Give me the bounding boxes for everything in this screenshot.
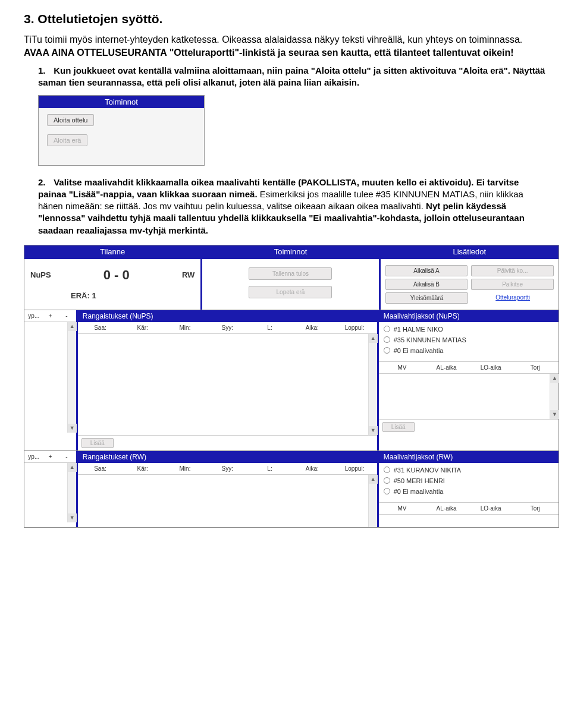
- gk-option[interactable]: #50 MERI HENRI: [384, 477, 554, 484]
- scroll-down-icon[interactable]: ▼: [550, 410, 559, 419]
- col-loaika: LO-aika: [469, 505, 513, 512]
- col-aika: Aika:: [291, 324, 333, 331]
- radio-icon[interactable]: [384, 467, 390, 473]
- penalty-columns: Saa: Kär: Min: Syy: L: Aika: Loppui:: [78, 322, 377, 334]
- aikalisa-a-button[interactable]: Aikalisä A: [385, 265, 468, 276]
- gk-label: #31 KURANOV NIKITA: [394, 467, 462, 474]
- radio-icon[interactable]: [384, 336, 390, 343]
- scroll-up-icon[interactable]: ▲: [68, 463, 77, 472]
- palkitse-button[interactable]: Palkitse: [471, 279, 554, 290]
- col-plus: +: [42, 313, 59, 319]
- col-kar: Kär:: [121, 324, 164, 331]
- aloita-era-button[interactable]: Aloita erä: [47, 134, 87, 146]
- gk-list-nups: ▲ ▼: [379, 374, 559, 419]
- list-item-1: 1. Kun joukkueet ovat kentällä valmiina …: [38, 65, 547, 89]
- radio-icon[interactable]: [384, 477, 390, 484]
- gk-label: #1 HALME NIKO: [394, 326, 443, 333]
- list-item-2: 2. Valitse maalivahdit klikkaamalla oike…: [38, 177, 547, 237]
- lopeta-era-button[interactable]: Lopeta erä: [249, 286, 332, 298]
- penalty-list-rw: ▲: [78, 475, 377, 527]
- scrollbar[interactable]: ▲ ▼: [67, 463, 76, 522]
- gk-list-rw: [379, 515, 559, 517]
- col-minus: -: [58, 453, 75, 460]
- screenshot-main-ui: Tilanne NuPS 0 - 0 RW ERÄ: 1 Toiminnot T…: [24, 245, 559, 528]
- item2-number: 2.: [38, 177, 51, 188]
- col-l: L:: [249, 324, 291, 331]
- col-minus: -: [58, 313, 75, 319]
- scroll-down-icon[interactable]: ▼: [68, 424, 77, 433]
- col-saa: Saa:: [79, 465, 121, 472]
- gk-option[interactable]: #31 KURANOV NIKITA: [384, 467, 554, 474]
- otteluraportti-link[interactable]: Otteluraportti: [472, 292, 554, 304]
- gk-rw-header: Maalivahtijaksot (RW): [379, 451, 559, 463]
- item2-text-a: Valitse maalivahdit klikkaamalla oikea m…: [54, 177, 476, 187]
- score: 0 - 0: [63, 267, 170, 283]
- col-plus: +: [42, 453, 59, 460]
- gk-nups-header: Maalivahtijaksot (NuPS): [379, 310, 559, 322]
- scrollbar[interactable]: ▲ ▼: [550, 374, 559, 419]
- scrollbar[interactable]: ▲ ▼: [368, 334, 377, 435]
- section-heading: 3. Ottelutietojen syöttö.: [24, 12, 547, 26]
- col-torj: Torj: [513, 505, 557, 512]
- yleisomaara-button[interactable]: Yleisömäärä: [385, 292, 469, 304]
- item1-number: 1.: [38, 65, 51, 77]
- gk-label: #0 Ei maalivahtia: [394, 347, 444, 354]
- col-aika: Aika:: [291, 465, 333, 472]
- col-mv: MV: [380, 505, 425, 512]
- gk-option[interactable]: #0 Ei maalivahtia: [384, 488, 554, 495]
- gk-label: #0 Ei maalivahtia: [394, 488, 444, 495]
- gk-option[interactable]: #0 Ei maalivahtia: [384, 347, 554, 354]
- col-loppui: Loppui:: [333, 465, 375, 472]
- aloita-ottelu-button[interactable]: Aloita ottelu: [47, 114, 94, 126]
- aikalisa-b-button[interactable]: Aikalisä B: [385, 279, 468, 290]
- col-min: Min:: [164, 324, 206, 331]
- lisaa-gk-nups-button[interactable]: Lisää: [382, 422, 415, 432]
- intro-paragraph: TiTu toimii myös internet-yhteyden katke…: [24, 33, 547, 59]
- tilanne-header: Tilanne: [24, 245, 200, 258]
- scrollbar[interactable]: ▲ ▼: [67, 322, 76, 433]
- col-mv: MV: [380, 364, 425, 371]
- scroll-down-icon[interactable]: ▼: [369, 426, 378, 435]
- gk-option[interactable]: #1 HALME NIKO: [384, 326, 554, 333]
- narrow-header: yp... + -: [24, 451, 76, 463]
- penalties-rw-header: Rangaistukset (RW): [78, 451, 377, 463]
- gk-option[interactable]: #35 KINNUNEN MATIAS: [384, 336, 554, 343]
- gk-columns: MV AL-aika LO-aika Torj: [379, 502, 559, 515]
- col-loppui: Loppui:: [333, 324, 375, 331]
- col-saa: Saa:: [79, 324, 121, 331]
- scroll-up-icon[interactable]: ▲: [369, 475, 378, 484]
- narrow-list: ▲ ▼: [24, 463, 76, 522]
- col-kar: Kär:: [121, 465, 164, 472]
- scrollbar[interactable]: ▲: [368, 475, 377, 527]
- penalty-columns: Saa: Kär: Min: Syy: L: Aika: Loppui:: [78, 463, 377, 475]
- item1-text: Kun joukkueet ovat kentällä valmiina alo…: [38, 65, 545, 87]
- toiminnot-header: Toiminnot: [202, 245, 378, 258]
- col-syy: Syy:: [206, 324, 249, 331]
- scroll-up-icon[interactable]: ▲: [68, 322, 77, 331]
- gk-label: #50 MERI HENRI: [394, 477, 445, 484]
- col-min: Min:: [164, 465, 206, 472]
- col-l: L:: [249, 465, 291, 472]
- screenshot-toiminnot-panel: Toiminnot Aloita ottelu Aloita erä: [38, 95, 205, 166]
- scroll-up-icon[interactable]: ▲: [369, 334, 378, 343]
- scroll-down-icon[interactable]: ▼: [68, 513, 77, 522]
- radio-icon[interactable]: [384, 326, 390, 332]
- tallenna-tulos-button[interactable]: Tallenna tulos: [249, 267, 332, 280]
- radio-icon[interactable]: [384, 488, 390, 494]
- intro-bold: AVAA AINA OTTELUSEURANTA "Otteluraportti…: [24, 48, 514, 58]
- gk-label: #35 KINNUNEN MATIAS: [394, 336, 466, 343]
- col-alaika: AL-aika: [424, 505, 469, 512]
- period-label: ERÄ: 1: [30, 291, 194, 300]
- scroll-up-icon[interactable]: ▲: [550, 374, 559, 383]
- col-yp: yp...: [26, 313, 42, 319]
- intro-plain: TiTu toimii myös internet-yhteyden katke…: [24, 34, 522, 45]
- paivita-button[interactable]: Päivitä ko...: [471, 265, 554, 276]
- panel-header: Toiminnot: [39, 96, 204, 108]
- radio-icon[interactable]: [384, 347, 390, 354]
- penalty-list-nups: ▲ ▼: [78, 334, 377, 435]
- narrow-header: yp... + -: [24, 310, 76, 322]
- col-yp: yp...: [26, 453, 42, 460]
- team1-name: NuPS: [30, 270, 51, 279]
- lisaa-penalty-nups-button[interactable]: Lisää: [81, 438, 114, 448]
- lisatiedot-header: Lisätiedot: [381, 245, 559, 258]
